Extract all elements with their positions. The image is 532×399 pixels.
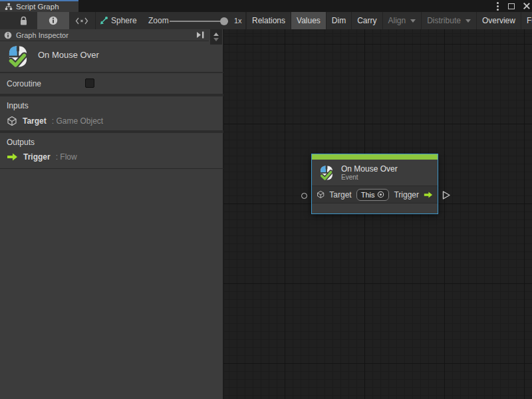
flow-arrow-icon	[7, 152, 18, 162]
node-input-port[interactable]	[301, 193, 307, 199]
code-icon	[75, 17, 88, 25]
window-tab-bar: Script Graph	[0, 0, 532, 12]
game-object-cube-icon	[7, 116, 17, 126]
zoom-slider-handle[interactable]	[220, 17, 228, 25]
port-type: : Game Object	[52, 116, 103, 126]
window-close-icon[interactable]	[523, 3, 529, 9]
window-controls	[495, 0, 529, 12]
dim-button[interactable]: Dim	[326, 12, 351, 29]
tab-script-graph[interactable]: Script Graph	[0, 0, 78, 12]
zoom-value: 1x	[234, 12, 242, 29]
node-header: On Mouse Over Event	[312, 160, 438, 186]
script-graph-icon	[5, 3, 13, 11]
coroutine-checkbox[interactable]	[85, 78, 94, 88]
input-row-target: Target : Game Object	[7, 116, 103, 126]
coroutine-row: Coroutine	[0, 73, 223, 94]
outputs-heading: Outputs	[7, 138, 35, 147]
object-picker-icon	[377, 191, 384, 198]
relations-button[interactable]: Relations	[246, 12, 291, 29]
overview-button[interactable]: Overview	[476, 12, 521, 29]
node-output-port[interactable]	[442, 190, 451, 200]
graph-pointer-icon	[98, 12, 109, 29]
inspector-toggle-button[interactable]	[37, 12, 69, 29]
unit-title: On Mouse Over	[38, 50, 99, 60]
lock-icon	[19, 16, 28, 26]
graph-inspector-panel: Graph Inspector On Mouse Over	[0, 29, 223, 399]
trigger-port-label: Trigger	[394, 190, 419, 200]
toolbar-separator	[95, 12, 96, 29]
divider	[0, 168, 223, 169]
graph-name-label: Sphere	[111, 12, 137, 29]
selected-unit-header: On Mouse Over	[0, 41, 223, 72]
zoom-slider-track[interactable]	[170, 21, 228, 22]
node-title: On Mouse Over	[341, 164, 398, 174]
node-event-colorbar	[312, 154, 438, 160]
chevron-down-icon	[466, 19, 471, 23]
node-subtitle: Event	[341, 174, 398, 182]
node-footer	[312, 203, 438, 211]
arrow-up-icon[interactable]	[213, 33, 219, 36]
target-value-chip[interactable]: This	[356, 189, 390, 201]
unity-script-graph-window: Script Graph	[0, 0, 532, 399]
graph-toolbar: Sphere Zoom 1x Relations Values Dim Carr…	[0, 12, 532, 29]
graph-inspector-header: Graph Inspector	[0, 29, 209, 41]
on-mouse-over-node[interactable]: On Mouse Over Event Target This Tri	[311, 154, 438, 214]
dock-panel-icon[interactable]	[196, 31, 205, 39]
align-dropdown-button[interactable]: Align	[382, 12, 422, 29]
window-maximize-icon[interactable]	[508, 3, 515, 9]
chevron-down-icon	[410, 19, 416, 23]
lock-button[interactable]	[17, 12, 29, 29]
node-port-row: Target This Trigger	[312, 186, 438, 203]
coroutine-label: Coroutine	[7, 79, 41, 88]
full-screen-button[interactable]: Full Screen	[521, 12, 532, 29]
values-button[interactable]: Values	[291, 12, 326, 29]
mouse-over-icon	[5, 44, 31, 69]
graph-canvas[interactable]: On Mouse Over Event Target This Tri	[223, 29, 532, 399]
outputs-section: Outputs Trigger : Flow	[0, 133, 223, 168]
game-object-cube-icon	[317, 190, 325, 200]
toolbar-button-group: Relations Values Dim Carry Align Distrib…	[246, 12, 532, 29]
target-port-label: Target	[329, 190, 351, 200]
zoom-label: Zoom	[148, 12, 169, 29]
panel-title: Graph Inspector	[16, 31, 192, 39]
port-type: : Flow	[56, 152, 77, 162]
tab-title: Script Graph	[16, 3, 59, 11]
carry-button[interactable]: Carry	[351, 12, 382, 29]
port-name: Trigger	[23, 152, 51, 162]
mouse-over-icon	[318, 164, 335, 182]
output-row-trigger: Trigger : Flow	[7, 152, 77, 162]
port-name: Target	[23, 116, 47, 126]
info-icon	[49, 16, 58, 25]
inputs-section: Inputs Target : Game Object	[0, 96, 223, 130]
distribute-dropdown-button[interactable]: Distribute	[421, 12, 476, 29]
inputs-heading: Inputs	[7, 101, 29, 110]
info-icon	[4, 31, 12, 39]
code-view-button[interactable]	[69, 12, 94, 29]
window-menu-icon[interactable]	[497, 5, 499, 7]
flow-arrow-icon	[424, 190, 433, 200]
